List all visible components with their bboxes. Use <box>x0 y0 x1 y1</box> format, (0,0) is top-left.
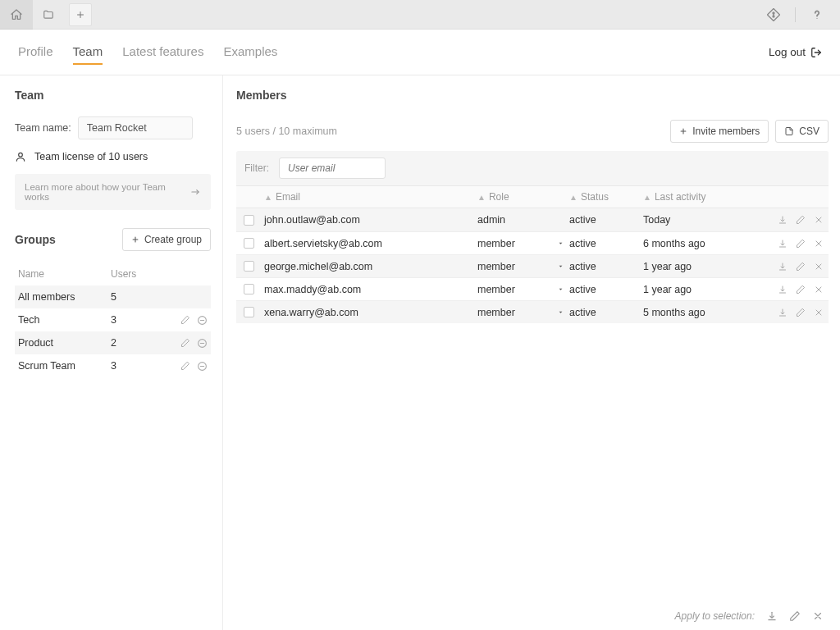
close-icon[interactable] <box>812 610 824 622</box>
download-icon[interactable] <box>778 262 788 272</box>
groups-row-header: Name Users <box>15 262 211 285</box>
download-icon[interactable] <box>778 285 788 294</box>
row-checkbox[interactable] <box>244 261 254 272</box>
close-icon[interactable] <box>814 215 824 225</box>
download-icon[interactable] <box>778 239 788 249</box>
nav-team[interactable]: Team <box>73 39 103 65</box>
create-group-button[interactable]: Create group <box>122 228 211 251</box>
learn-more-button[interactable]: Learn more about how your Team works <box>15 174 211 210</box>
new-tab-button[interactable] <box>69 3 92 26</box>
caret-down-icon[interactable] <box>557 240 564 247</box>
cell-activity: Today <box>643 214 758 226</box>
close-icon[interactable] <box>814 285 824 294</box>
download-icon[interactable] <box>778 308 788 317</box>
members-panel: Filter: ▲Email ▲Role ▲Status ▲Last activ… <box>236 151 829 323</box>
groups-col-name-header: Name <box>18 268 111 280</box>
footer-actions: Apply to selection: <box>675 610 824 622</box>
members-row: xena.warry@ab.commemberactive5 months ag… <box>236 300 829 323</box>
groups-cell-users: 2 <box>111 337 163 349</box>
cell-email: john.outlaw@ab.com <box>261 214 477 226</box>
groups-row[interactable]: Product2 <box>15 331 211 354</box>
topbar-right <box>757 0 840 30</box>
col-role-header[interactable]: ▲Role <box>477 191 551 203</box>
close-icon[interactable] <box>814 262 824 272</box>
edit-icon[interactable] <box>789 610 801 622</box>
edit-icon[interactable] <box>180 338 190 348</box>
invite-members-label: Invite members <box>692 126 760 137</box>
caret-down-icon[interactable] <box>557 285 564 293</box>
row-checkbox[interactable] <box>244 307 254 317</box>
caret-down-icon[interactable] <box>557 262 564 270</box>
remove-icon[interactable] <box>197 315 208 326</box>
nav-row: Profile Team Latest features Examples Lo… <box>0 30 840 75</box>
help-button[interactable] <box>801 0 833 30</box>
col-activity-header[interactable]: ▲Last activity <box>643 191 758 203</box>
edit-icon[interactable] <box>796 308 806 317</box>
cell-role: member <box>477 307 551 318</box>
cell-activity: 1 year ago <box>643 261 758 272</box>
nav-examples[interactable]: Examples <box>223 39 277 65</box>
row-checkbox[interactable] <box>244 215 254 226</box>
cell-activity: 6 months ago <box>643 238 758 249</box>
download-icon[interactable] <box>778 215 788 225</box>
sidebar: Team Team name: Team license of 10 users… <box>0 75 223 630</box>
groups-row[interactable]: Tech3 <box>15 308 211 331</box>
logout-button[interactable]: Log out <box>769 46 822 58</box>
remove-icon[interactable] <box>197 361 208 372</box>
home-icon <box>10 8 23 21</box>
close-icon[interactable] <box>814 239 824 249</box>
nav-tabs: Profile Team Latest features Examples <box>18 39 277 65</box>
remove-icon[interactable] <box>197 338 208 349</box>
edit-icon[interactable] <box>180 361 190 371</box>
groups-cell-name: Tech <box>18 314 111 326</box>
filter-input[interactable] <box>279 158 386 179</box>
edit-icon[interactable] <box>796 262 806 272</box>
members-row-header: ▲Email ▲Role ▲Status ▲Last activity <box>236 185 829 208</box>
members-row: albert.servietsky@ab.commemberactive6 mo… <box>236 231 829 254</box>
groups-cell-users: 5 <box>111 291 163 303</box>
col-status-header[interactable]: ▲Status <box>569 191 643 203</box>
git-button[interactable] <box>757 0 790 30</box>
cell-role: admin <box>477 214 551 226</box>
home-button[interactable] <box>0 0 33 30</box>
arrow-right-icon <box>189 186 201 198</box>
close-icon[interactable] <box>814 308 824 317</box>
team-name-input[interactable] <box>78 116 193 139</box>
member-counter: 5 users / 10 maximum <box>236 126 337 137</box>
user-icon <box>15 151 26 162</box>
nav-latest-features[interactable]: Latest features <box>122 39 203 65</box>
row-checkbox[interactable] <box>244 238 254 249</box>
edit-icon[interactable] <box>796 285 806 294</box>
cell-activity: 5 months ago <box>643 307 758 318</box>
edit-icon[interactable] <box>180 315 190 325</box>
cell-status: active <box>569 307 643 318</box>
groups-row[interactable]: Scrum Team3 <box>15 354 211 377</box>
plus-icon <box>75 10 85 20</box>
groups-row[interactable]: All members5 <box>15 285 211 308</box>
edit-icon[interactable] <box>796 239 806 249</box>
row-checkbox[interactable] <box>244 284 254 294</box>
tab-area <box>33 0 757 30</box>
csv-button[interactable]: CSV <box>775 120 829 143</box>
col-email-header[interactable]: ▲Email <box>261 191 477 203</box>
groups-cell-name: Scrum Team <box>18 360 111 372</box>
groups-cell-users: 3 <box>111 314 163 326</box>
tab-home[interactable] <box>33 0 64 30</box>
page: Team Team name: Team license of 10 users… <box>0 75 840 630</box>
edit-icon[interactable] <box>796 215 806 225</box>
download-icon[interactable] <box>766 610 778 622</box>
svg-point-3 <box>816 17 817 18</box>
caret-down-icon[interactable] <box>557 308 564 316</box>
license-text: Team license of 10 users <box>34 151 148 162</box>
groups-cell-name: Product <box>18 337 111 349</box>
invite-members-button[interactable]: Invite members <box>670 120 769 143</box>
groups-cell-users: 3 <box>111 360 163 372</box>
content-header: 5 users / 10 maximum Invite members CSV <box>236 120 829 143</box>
logout-icon <box>810 47 822 58</box>
document-icon <box>43 9 54 21</box>
cell-activity: 1 year ago <box>643 284 758 295</box>
cell-email: max.maddy@ab.com <box>261 284 477 295</box>
groups-col-users-header: Users <box>111 268 163 280</box>
content: Members 5 users / 10 maximum Invite memb… <box>223 75 840 630</box>
nav-profile[interactable]: Profile <box>18 39 53 65</box>
